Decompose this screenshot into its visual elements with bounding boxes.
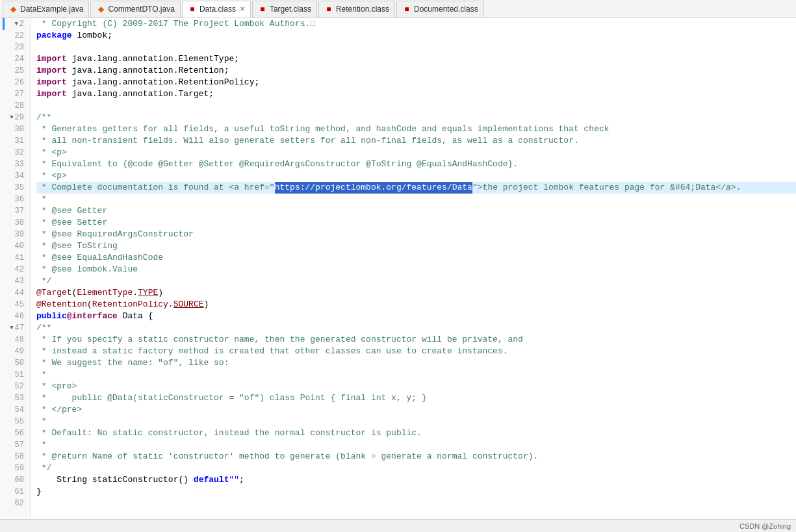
line-number: 33 — [3, 158, 28, 170]
code-line: * — [36, 194, 796, 205]
code-content[interactable]: * Copyright (C) 2009-2017 The Project Lo… — [31, 18, 796, 519]
line-number: 41 — [3, 252, 28, 264]
line-number: 55 — [3, 416, 28, 427]
code-line: import java.lang.annotation.Retention; — [36, 65, 796, 77]
code-line: } — [36, 486, 796, 498]
java-file-icon: ◆ — [8, 5, 18, 14]
line-number: 38 — [3, 217, 28, 229]
line-number: 30 — [3, 123, 28, 135]
tab-retention-class[interactable]: ■ Retention.class — [318, 1, 395, 18]
code-line: * @see Setter — [36, 217, 796, 229]
line-number: 52 — [3, 381, 28, 392]
class-file-icon: ■ — [402, 5, 411, 14]
line-number: ▼2 — [3, 18, 28, 30]
line-number: 39 — [3, 229, 28, 240]
code-line: * Complete documentation is found at <a … — [36, 182, 796, 194]
code-line: * If you specify a static constructor na… — [36, 334, 796, 346]
code-line: @Retention(RetentionPolicy.SOURCE) — [36, 299, 796, 310]
code-line: String staticConstructor() default ""; — [36, 474, 796, 486]
status-text: CSDN @Zohing — [739, 522, 791, 530]
line-number: 40 — [3, 240, 28, 252]
code-line: * <p> — [36, 170, 796, 182]
code-line: package lombok; — [36, 30, 796, 42]
line-number: 37 — [3, 205, 28, 217]
line-number: 59 — [3, 462, 28, 474]
tab-data-class[interactable]: ■ Data.class ✕ — [182, 1, 251, 18]
status-bar: CSDN @Zohing — [0, 519, 796, 532]
code-line: * We suggest the name: "of", like so: — [36, 357, 796, 369]
code-line — [36, 42, 796, 53]
line-number: 61 — [3, 486, 28, 498]
code-line — [36, 498, 796, 509]
code-line: * Generates getters for all fields, a us… — [36, 123, 796, 135]
code-line: */ — [36, 462, 796, 474]
code-line: public @interface Data { — [36, 310, 796, 322]
line-number: 26 — [3, 77, 28, 88]
line-numbers: ▼222232425262728▼29303132333435363738394… — [0, 18, 31, 519]
line-number: 32 — [3, 147, 28, 158]
code-line: * public @Data(staticConstructor = "of")… — [36, 392, 796, 404]
code-line: * <p> — [36, 147, 796, 158]
code-line: * @see Getter — [36, 205, 796, 217]
line-number: 27 — [3, 88, 28, 100]
code-line: * Equivalent to {@code @Getter @Setter @… — [36, 158, 796, 170]
code-line: * @see RequiredArgsConstructor — [36, 229, 796, 240]
line-number: 60 — [3, 474, 28, 486]
close-icon[interactable]: ✕ — [240, 5, 245, 12]
tab-label: Target.class — [270, 5, 311, 14]
line-number: 44 — [3, 287, 28, 299]
code-line: import java.lang.annotation.Target; — [36, 88, 796, 100]
class-file-icon: ■ — [188, 5, 197, 14]
fold-icon[interactable]: ▼ — [10, 112, 13, 123]
code-line: * @return Name of static 'constructor' m… — [36, 451, 796, 462]
line-number: 48 — [3, 334, 28, 346]
line-number: 28 — [3, 100, 28, 112]
line-number: 24 — [3, 53, 28, 65]
line-number: 22 — [3, 30, 28, 42]
class-file-icon: ■ — [324, 5, 333, 14]
java-file-icon: ◆ — [96, 5, 105, 14]
tab-label: DataExample.java — [20, 5, 83, 14]
code-line: import java.lang.annotation.RetentionPol… — [36, 77, 796, 88]
code-line: /** — [36, 112, 796, 123]
tab-commentdto[interactable]: ◆ CommentDTO.java — [90, 1, 180, 18]
line-number: 58 — [3, 451, 28, 462]
code-line: /** — [36, 322, 796, 334]
line-number: 62 — [3, 498, 28, 509]
line-number: 34 — [3, 170, 28, 182]
code-line: * instead a static factory method is cre… — [36, 346, 796, 357]
code-line: * — [36, 439, 796, 451]
line-number: 36 — [3, 194, 28, 205]
code-line: import java.lang.annotation.ElementType; — [36, 53, 796, 65]
line-number: 45 — [3, 299, 28, 310]
class-file-icon: ■ — [258, 5, 267, 14]
code-line: * @see ToString — [36, 240, 796, 252]
line-number: 46 — [3, 310, 28, 322]
line-number: 23 — [3, 42, 28, 53]
line-number: 50 — [3, 357, 28, 369]
code-line: * — [36, 369, 796, 381]
code-line: */ — [36, 275, 796, 287]
line-number: 43 — [3, 275, 28, 287]
fold-icon[interactable]: ▼ — [14, 18, 18, 30]
tab-label: Retention.class — [336, 5, 389, 14]
line-number: 35 — [3, 182, 28, 194]
code-line: * <pre> — [36, 381, 796, 392]
line-number: 54 — [3, 404, 28, 416]
tab-dataexample[interactable]: ◆ DataExample.java — [3, 1, 89, 18]
line-number: ▼47 — [3, 322, 28, 334]
code-container: ▼222232425262728▼29303132333435363738394… — [0, 18, 796, 519]
code-line: * @see EqualsAndHashCode — [36, 252, 796, 264]
code-line: * @see lombok.Value — [36, 264, 796, 275]
code-line: * Copyright (C) 2009-2017 The Project Lo… — [36, 18, 796, 30]
tab-label: Documented.class — [414, 5, 478, 14]
line-number: 56 — [3, 427, 28, 439]
line-number: 25 — [3, 65, 28, 77]
line-number: ▼29 — [3, 112, 28, 123]
line-number: 31 — [3, 135, 28, 147]
line-number: 53 — [3, 392, 28, 404]
tab-documented-class[interactable]: ■ Documented.class — [396, 1, 484, 18]
code-line: * </pre> — [36, 404, 796, 416]
tab-target-class[interactable]: ■ Target.class — [252, 1, 317, 18]
fold-icon[interactable]: ▼ — [10, 322, 13, 334]
